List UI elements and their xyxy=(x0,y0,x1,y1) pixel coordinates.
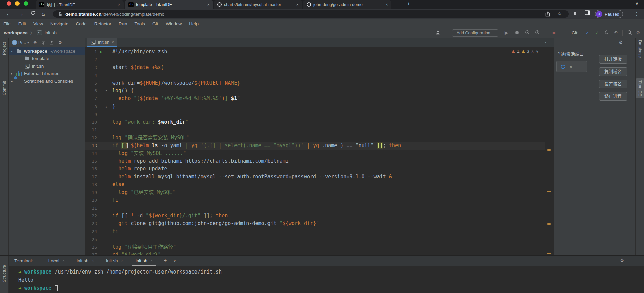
browser-menu-icon[interactable]: ⋮ xyxy=(634,10,639,18)
code-line-24[interactable]: 24fi xyxy=(85,227,545,235)
breadcrumb-file[interactable]: init.sh xyxy=(45,30,57,35)
menu-item-window[interactable]: Window xyxy=(166,21,182,26)
tab-close-icon[interactable]: × xyxy=(207,2,210,7)
bookmark-star-icon[interactable]: ☆ xyxy=(557,11,562,17)
tool-window-stripe-commit[interactable]: Commit xyxy=(0,81,9,95)
panel-settings-gear-icon[interactable]: ⚙ xyxy=(58,40,62,45)
git-rollback-icon[interactable]: ↶ xyxy=(614,30,618,35)
window-minimize-button[interactable] xyxy=(15,1,20,6)
git-commit-check-icon[interactable]: ✓ xyxy=(595,30,599,35)
extensions-puzzle-icon[interactable] xyxy=(573,10,578,15)
code-url-link[interactable]: https://charts.bitnami.com/bitnami xyxy=(185,158,289,164)
tab-close-icon[interactable]: × xyxy=(385,2,388,7)
hide-panel-icon[interactable]: — xyxy=(629,40,634,45)
forward-icon[interactable]: → xyxy=(18,10,24,18)
code-line-2[interactable]: 2 xyxy=(85,56,545,64)
tree-item-template[interactable]: template xyxy=(9,55,85,62)
code-line-5[interactable]: 5work_dir=${HOME}/workspace/${PROJECT_NA… xyxy=(85,79,545,87)
tab-close-icon[interactable]: × xyxy=(62,258,65,263)
menu-item-refactor[interactable]: Refactor xyxy=(94,21,111,26)
close-icon[interactable]: × xyxy=(570,64,572,69)
debug-bug-icon[interactable] xyxy=(515,30,520,35)
git-update-icon[interactable]: ↙ xyxy=(585,30,589,35)
tab-close-icon[interactable]: × xyxy=(92,258,94,263)
expand-all-icon[interactable] xyxy=(41,41,45,45)
terminal-tab-init-sh[interactable]: init.sh× xyxy=(71,256,100,266)
tree-item-scratches-and-consoles[interactable]: ▸Scratches and Consoles xyxy=(9,77,85,85)
terminal-tab-init-sh[interactable]: init.sh× xyxy=(130,256,159,266)
profiler-user-icon[interactable] xyxy=(435,30,440,35)
search-everywhere-icon[interactable] xyxy=(627,30,632,35)
browser-tab[interactable]: john-deng/go-admin-demo× xyxy=(303,0,391,9)
code-line-14[interactable]: 14 log "安装 MySQL ......" xyxy=(85,150,545,157)
code-line-7[interactable]: 7 echo "[$(date '+%Y-%m-%d %H:%M.%S')] $… xyxy=(85,95,545,102)
hide-panel-icon[interactable]: — xyxy=(66,40,71,45)
analysis-mark[interactable] xyxy=(547,149,551,151)
code-line-10[interactable]: 10log "work_dir: $work_dir" xyxy=(85,118,545,126)
analysis-mark[interactable] xyxy=(547,223,551,225)
panel-settings-gear-icon[interactable]: ⚙ xyxy=(619,40,623,45)
menu-item-file[interactable]: File xyxy=(3,21,11,26)
locate-file-icon[interactable]: ⊕ xyxy=(33,40,37,45)
settings-gear-icon[interactable]: ⚙ xyxy=(636,30,640,35)
tree-item-init-sh[interactable]: >_init.sh xyxy=(9,62,85,70)
chevron-down-icon[interactable]: ▾ xyxy=(11,49,13,53)
terminal-dropdown-chevron-icon[interactable]: ∨ xyxy=(173,259,176,263)
project-view-selector[interactable]: Pr... ▾ xyxy=(12,40,29,45)
tool-window-stripe-project[interactable]: Project xyxy=(0,42,9,55)
stop-icon[interactable]: ■ xyxy=(552,30,555,35)
code-line-16[interactable]: 16 helm repo update xyxy=(85,165,545,173)
code-line-26[interactable]: 26log "切换到项目工作路径" xyxy=(85,243,545,251)
tab-close-icon[interactable]: × xyxy=(121,258,123,263)
terminal-settings-gear-icon[interactable]: ⚙ xyxy=(620,258,624,263)
menu-item-code[interactable]: Code xyxy=(76,21,86,26)
window-maximize-button[interactable] xyxy=(24,1,28,6)
code-line-12[interactable]: 12log "确认是否需要安装 MySQL" xyxy=(85,134,545,142)
kill-process-button[interactable]: 终止进程 xyxy=(599,92,627,101)
tree-item-external-libraries[interactable]: ▸External Libraries xyxy=(9,70,85,77)
analysis-mark[interactable] xyxy=(547,253,551,254)
reload-icon[interactable] xyxy=(30,10,35,15)
tree-item-workspace[interactable]: ▾workspace~/workspace xyxy=(9,47,85,55)
tool-window-stripe-database[interactable]: Database xyxy=(636,40,644,58)
code-line-3[interactable]: 3start=$(date +%s) xyxy=(85,64,545,71)
editor-tab-init-sh[interactable]: >_ init.sh × xyxy=(87,38,117,47)
hide-terminal-icon[interactable]: — xyxy=(631,258,636,263)
analysis-mark[interactable] xyxy=(547,191,551,192)
terminal-output[interactable]: → workspace /usr/bin/env zsh /home/proje… xyxy=(9,266,644,293)
code-line-1[interactable]: 1▶#!/usr/bin/env zsh xyxy=(85,48,545,56)
code-line-9[interactable]: 9 xyxy=(85,111,545,118)
git-history-icon[interactable] xyxy=(604,30,609,35)
chevron-right-icon[interactable]: ▸ xyxy=(11,79,13,83)
close-icon[interactable]: × xyxy=(112,40,114,45)
code-line-18[interactable]: 18else xyxy=(85,181,545,189)
tool-window-stripe-structure[interactable]: Structure xyxy=(0,265,9,282)
menu-item-help[interactable]: Help xyxy=(189,21,199,26)
code-line-22[interactable]: 22if [[ ! -d "${work_dir}/.git" ]]; then xyxy=(85,212,545,220)
code-line-13[interactable]: 13if [[ $(helm ls -o yaml | yq '(.[] | s… xyxy=(85,142,545,150)
profiler-clock-icon[interactable] xyxy=(535,30,540,35)
open-link-button[interactable]: 打开链接 xyxy=(599,55,627,64)
code-line-21[interactable]: 21 xyxy=(85,204,545,212)
code-line-23[interactable]: 23 git clone git@github.com:john-deng/go… xyxy=(85,220,545,227)
chevron-right-icon[interactable]: ▸ xyxy=(11,72,13,75)
code-line-17[interactable]: 17 helm install mysql bitnami/mysql --se… xyxy=(85,173,545,181)
tab-search-chevron-icon[interactable]: ∨ xyxy=(635,1,639,6)
tab-close-icon[interactable]: × xyxy=(296,2,299,7)
breadcrumb-root[interactable]: workspace xyxy=(4,30,28,35)
add-configuration-button[interactable]: Add Configuration... xyxy=(452,29,498,37)
new-tab-button[interactable]: + xyxy=(407,1,410,7)
profile-chip[interactable]: J Paused xyxy=(595,10,623,18)
copy-domain-button[interactable]: 复制域名 xyxy=(599,67,627,76)
fold-marker-icon[interactable]: ▾ xyxy=(105,87,107,95)
side-panel-icon[interactable] xyxy=(585,10,590,15)
run-line-icon[interactable]: ▶ xyxy=(100,48,102,55)
share-icon[interactable] xyxy=(545,11,550,17)
new-terminal-icon[interactable]: + xyxy=(164,258,167,264)
back-icon[interactable]: ← xyxy=(6,10,11,18)
browser-tab[interactable]: charts/bitnami/mysql at master× xyxy=(214,0,302,9)
home-icon[interactable]: ⌂ xyxy=(42,10,45,18)
menu-item-run[interactable]: Run xyxy=(119,21,127,26)
menu-item-navigate[interactable]: Navigate xyxy=(50,21,68,26)
code-line-15[interactable]: 15 helm repo add bitnami https://charts.… xyxy=(85,157,545,165)
